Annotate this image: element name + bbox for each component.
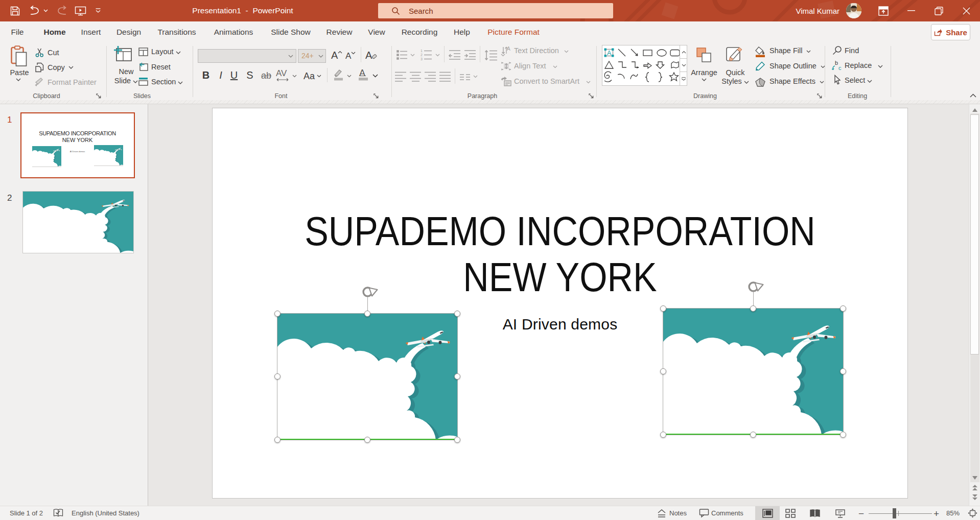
svg-text:AV: AV bbox=[276, 69, 287, 78]
svg-text:1: 1 bbox=[421, 49, 423, 53]
svg-text:A: A bbox=[607, 50, 612, 57]
svg-text:c: c bbox=[838, 65, 842, 71]
svg-text:A: A bbox=[359, 68, 365, 78]
svg-text:A: A bbox=[507, 46, 510, 52]
svg-text:2: 2 bbox=[421, 53, 423, 57]
svg-text:3: 3 bbox=[421, 57, 423, 61]
